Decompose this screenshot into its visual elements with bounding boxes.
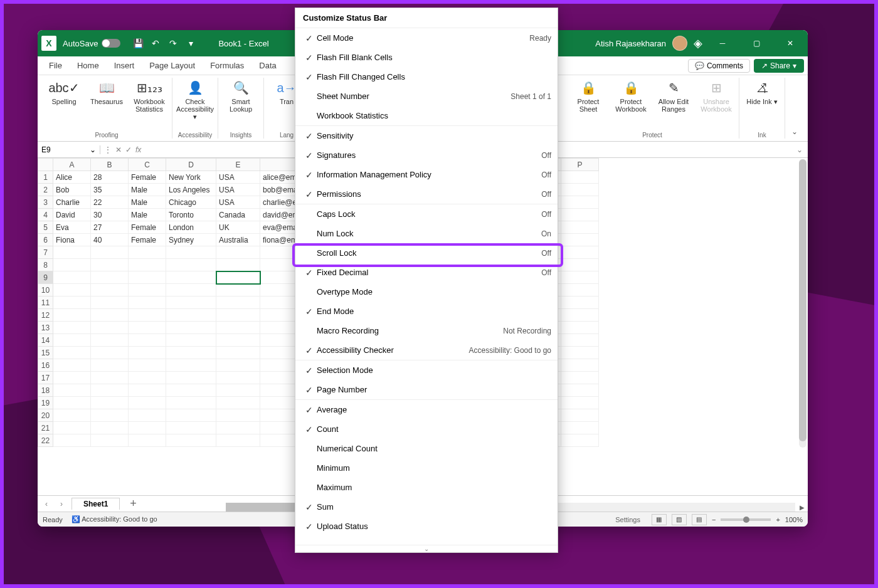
autosave[interactable]: AutoSave — [63, 39, 120, 48]
cell[interactable] — [561, 297, 599, 309]
cell[interactable] — [129, 372, 166, 384]
cell[interactable] — [129, 347, 166, 359]
vertical-scrollbar[interactable] — [799, 159, 807, 448]
cell[interactable] — [53, 384, 91, 397]
cell[interactable] — [129, 259, 166, 271]
name-box[interactable]: E9 ⌄ — [38, 145, 100, 154]
row-header[interactable]: 3 — [38, 196, 53, 209]
name-box-dropdown-icon[interactable]: ⌄ — [90, 145, 96, 154]
zoom-percent[interactable]: 100% — [785, 516, 803, 523]
collapse-ribbon-icon[interactable]: ⌄ — [785, 125, 804, 139]
cell[interactable] — [166, 347, 216, 359]
cell[interactable] — [53, 347, 91, 359]
cell[interactable] — [53, 422, 91, 434]
cell[interactable] — [129, 297, 166, 309]
row-header[interactable]: 9 — [38, 271, 53, 284]
cell[interactable] — [53, 297, 91, 309]
row-header[interactable]: 21 — [38, 422, 53, 434]
cell[interactable]: 27 — [91, 221, 129, 234]
cell[interactable] — [166, 409, 216, 422]
row-header[interactable]: 16 — [38, 359, 53, 372]
status-bar-option[interactable]: Macro Recording Not Recording — [295, 321, 558, 340]
tab-formulas[interactable]: Formulas — [203, 57, 251, 74]
cell[interactable] — [166, 372, 216, 384]
cell[interactable]: USA — [216, 196, 260, 209]
cell[interactable] — [91, 297, 129, 309]
maximize-button[interactable]: ▢ — [743, 34, 770, 53]
row-header[interactable]: 15 — [38, 347, 53, 359]
cell[interactable] — [53, 259, 91, 271]
cell[interactable] — [166, 359, 216, 372]
cell[interactable]: 28 — [91, 171, 129, 184]
cell[interactable] — [216, 434, 260, 447]
cell[interactable] — [129, 271, 166, 284]
cell[interactable] — [53, 434, 91, 447]
cell[interactable] — [561, 409, 599, 422]
protect-workbook-button[interactable]: 🔒Protect Workbook — [612, 78, 650, 113]
cell[interactable] — [216, 309, 260, 322]
cell[interactable] — [166, 259, 216, 271]
cell[interactable] — [91, 372, 129, 384]
cell[interactable] — [91, 309, 129, 322]
cell[interactable] — [561, 434, 599, 447]
share-button[interactable]: ↗ Share ▾ — [754, 59, 804, 73]
tab-data[interactable]: Data — [251, 57, 283, 74]
zoom-in-button[interactable]: + — [776, 516, 780, 523]
cell[interactable] — [216, 347, 260, 359]
cell[interactable] — [129, 397, 166, 409]
column-header[interactable]: A — [53, 159, 91, 171]
row-header[interactable]: 12 — [38, 309, 53, 322]
cell[interactable] — [129, 422, 166, 434]
cell[interactable] — [53, 397, 91, 409]
row-header[interactable]: 8 — [38, 259, 53, 271]
cell[interactable] — [166, 334, 216, 347]
cell[interactable] — [53, 309, 91, 322]
cell[interactable] — [216, 297, 260, 309]
cell[interactable] — [216, 322, 260, 334]
cell[interactable] — [53, 271, 91, 284]
tab-insert[interactable]: Insert — [107, 57, 142, 74]
cell[interactable]: USA — [216, 184, 260, 196]
status-bar-option[interactable]: Num Lock On — [295, 224, 558, 243]
cell[interactable] — [561, 196, 599, 209]
scrollbar-thumb[interactable] — [799, 159, 807, 441]
cell[interactable] — [561, 259, 599, 271]
cell[interactable]: David — [53, 209, 91, 221]
status-bar-option[interactable]: ✓ Fixed Decimal Off — [295, 263, 558, 282]
cell[interactable] — [166, 297, 216, 309]
cell[interactable] — [561, 397, 599, 409]
thesaurus-button[interactable]: 📖Thesaurus — [88, 78, 125, 105]
cell[interactable]: 22 — [91, 196, 129, 209]
cell[interactable]: Fiona — [53, 234, 91, 246]
cell[interactable] — [216, 372, 260, 384]
cell[interactable]: Female — [129, 221, 166, 234]
cell[interactable] — [91, 271, 129, 284]
tab-page-layout[interactable]: Page Layout — [142, 57, 203, 74]
cell[interactable] — [53, 246, 91, 259]
status-bar-option[interactable]: Scroll Lock Off — [295, 243, 558, 263]
status-bar-option[interactable]: ✓ Count — [295, 419, 558, 439]
cell[interactable]: Male — [129, 184, 166, 196]
menu-resize-handle-icon[interactable]: ⌄ — [295, 545, 558, 552]
column-header[interactable]: D — [166, 159, 216, 171]
row-header[interactable]: 6 — [38, 234, 53, 246]
cell[interactable] — [129, 284, 166, 297]
cell[interactable]: Bob — [53, 184, 91, 196]
cell[interactable] — [561, 359, 599, 372]
row-header[interactable]: 13 — [38, 322, 53, 334]
row-header[interactable]: 20 — [38, 409, 53, 422]
status-bar-option[interactable]: Minimum — [295, 458, 558, 478]
cell[interactable] — [561, 246, 599, 259]
cell[interactable] — [166, 384, 216, 397]
sheet-nav-next-icon[interactable]: › — [56, 500, 66, 508]
hide-ink-button[interactable]: ⦨Hide Ink ▾ — [743, 78, 781, 106]
cell[interactable]: 40 — [91, 234, 129, 246]
fx-icon[interactable]: fx — [135, 145, 141, 154]
cell[interactable]: Toronto — [166, 209, 216, 221]
cell[interactable]: Los Angeles — [166, 184, 216, 196]
cell[interactable] — [91, 384, 129, 397]
status-bar-option[interactable]: ✓ End Mode — [295, 302, 558, 321]
status-bar-option[interactable]: ✓ Information Management Policy Off — [295, 165, 558, 184]
cell[interactable] — [91, 434, 129, 447]
row-header[interactable]: 22 — [38, 434, 53, 447]
